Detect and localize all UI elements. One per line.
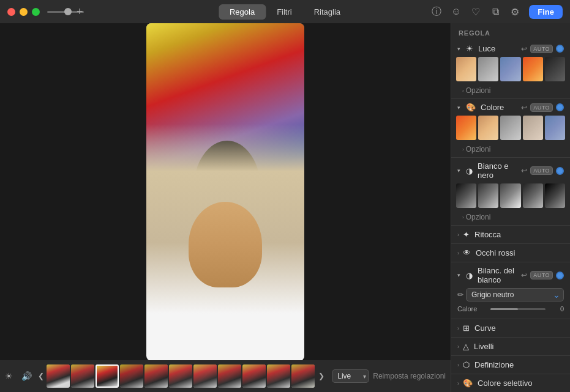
occhi-chevron: › — [457, 250, 459, 256]
luce-toggle[interactable] — [556, 45, 564, 53]
wb-toggle[interactable] — [556, 272, 564, 279]
definizione-chevron: › — [457, 362, 459, 368]
luce-thumb-4[interactable] — [523, 57, 543, 81]
colore-actions: ↩ AUTO — [521, 103, 564, 112]
titlebar-actions: ⓘ ☺ ♡ ⧉ ⚙ Fine — [431, 5, 563, 19]
tab-regola[interactable]: Regola — [219, 4, 266, 20]
section-wb-header[interactable]: ▾ ◑ Bilanc. del bianco ↩ AUTO — [451, 262, 570, 288]
minimize-button[interactable] — [20, 8, 28, 16]
maximize-button[interactable] — [32, 8, 40, 16]
bn-thumb-3[interactable] — [500, 183, 520, 208]
filmstrip-thumb[interactable] — [120, 364, 143, 388]
filmstrip-thumb[interactable] — [47, 364, 70, 388]
luce-thumb-5[interactable] — [545, 57, 565, 81]
colore-auto-badge[interactable]: AUTO — [530, 103, 553, 112]
colore-title: Colore — [481, 103, 519, 112]
section-curve[interactable]: › ⊞ Curve — [451, 319, 570, 338]
section-livelli[interactable]: › △ Livelli — [451, 338, 570, 356]
ritocca-icon: ✦ — [463, 230, 470, 239]
occhi-title: Occhi rossi — [476, 248, 564, 257]
livelli-icon: △ — [463, 342, 469, 351]
colore-thumb-4[interactable] — [523, 116, 543, 140]
bn-thumb-2[interactable] — [478, 183, 498, 208]
volume-icon[interactable]: 🔊 — [21, 371, 32, 381]
section-colore-selettivo[interactable]: › 🎨 Colore selettivo — [451, 374, 570, 392]
bn-thumb-5[interactable] — [545, 183, 565, 208]
filmstrip-thumb[interactable] — [193, 364, 217, 388]
photo-container[interactable] — [0, 23, 451, 360]
calore-track[interactable] — [490, 308, 546, 310]
filmstrip-thumb[interactable] — [218, 364, 241, 388]
filmstrip-thumb[interactable] — [71, 364, 94, 388]
main-content: ☀ 🔊 ❮ — [0, 23, 570, 392]
filmstrip-thumb-selected[interactable] — [96, 364, 119, 388]
bn-title: Bianco e nero — [478, 161, 519, 180]
luce-thumb-1[interactable] — [456, 57, 476, 81]
bn-options[interactable]: › Opzioni — [451, 212, 570, 225]
fine-button[interactable]: Fine — [529, 5, 563, 19]
tab-bar: Regola Filtri Ritaglia — [219, 4, 351, 20]
bn-thumb-1[interactable] — [456, 183, 476, 208]
brightness-slider[interactable] — [47, 8, 72, 15]
settings-icon[interactable]: ⚙ — [509, 6, 520, 17]
filmstrip-next[interactable]: ❯ — [318, 372, 324, 380]
bn-reset-icon[interactable]: ↩ — [521, 166, 527, 175]
colore-thumb-3[interactable] — [500, 116, 520, 140]
bn-toggle[interactable] — [556, 167, 564, 175]
tab-filtri[interactable]: Filtri — [266, 4, 303, 20]
luce-options-chevron: › — [462, 88, 464, 94]
section-colore-header[interactable]: ▾ 🎨 Colore ↩ AUTO — [451, 99, 570, 116]
filmstrip-thumb[interactable] — [169, 364, 192, 388]
filmstrip-thumb[interactable] — [291, 364, 315, 388]
close-button[interactable] — [7, 8, 15, 16]
live-select[interactable]: Live Video Foto — [332, 369, 369, 383]
heart-icon[interactable]: ♡ — [470, 6, 481, 17]
section-ritocca[interactable]: › ✦ Ritocca — [451, 226, 570, 244]
tab-ritaglia[interactable]: Ritaglia — [303, 4, 351, 20]
luce-auto-badge[interactable]: AUTO — [530, 45, 553, 53]
filmstrip-thumb[interactable] — [144, 364, 168, 388]
colore-options[interactable]: › Opzioni — [451, 144, 570, 157]
luce-thumb-2[interactable] — [478, 57, 498, 81]
colore-thumb-2[interactable] — [478, 116, 498, 140]
wb-select[interactable]: Grigio neutro Automatico Temperatura — [466, 288, 564, 301]
calore-value: 0 — [549, 305, 564, 312]
section-wb: ▾ ◑ Bilanc. del bianco ↩ AUTO ✏ Grigio n… — [451, 262, 570, 319]
bn-auto-badge[interactable]: AUTO — [530, 166, 553, 175]
smile-icon[interactable]: ☺ — [451, 6, 462, 17]
sun-filmstrip-icon[interactable]: ☀ — [5, 371, 13, 381]
info-icon[interactable]: ⓘ — [431, 6, 442, 17]
filmstrip-controls: ☀ 🔊 — [5, 371, 32, 381]
colore-thumb-5[interactable] — [545, 116, 565, 140]
colore-options-text: › Opzioni — [462, 145, 564, 153]
section-bn-header[interactable]: ▾ ◑ Bianco e nero ↩ AUTO — [451, 158, 570, 183]
bn-thumb-4[interactable] — [523, 183, 543, 208]
luce-thumb-3[interactable] — [500, 57, 520, 81]
filmstrip-thumb[interactable] — [242, 364, 266, 388]
reimposta-button[interactable]: Reimposta regolazioni — [373, 372, 446, 380]
cs-chevron: › — [457, 380, 459, 386]
bn-options-text: › Opzioni — [462, 213, 564, 221]
colore-toggle[interactable] — [556, 103, 564, 111]
livelli-title: Livelli — [474, 342, 564, 351]
section-definizione[interactable]: › ⬡ Definizione — [451, 356, 570, 374]
luce-options[interactable]: › Opzioni — [451, 85, 570, 98]
section-luce-header[interactable]: ▾ ☀ Luce ↩ AUTO — [451, 40, 570, 57]
wb-title: Bilanc. del bianco — [478, 266, 519, 284]
wb-actions: ↩ AUTO — [521, 271, 564, 279]
definizione-title: Definizione — [474, 360, 564, 369]
copy-icon[interactable]: ⧉ — [490, 6, 501, 17]
colore-thumb-1[interactable] — [456, 116, 476, 140]
wb-auto-badge[interactable]: AUTO — [530, 271, 553, 279]
filmstrip-thumb[interactable] — [267, 364, 290, 388]
luce-reset-icon[interactable]: ↩ — [521, 45, 527, 53]
live-select-wrap: Live Video Foto — [332, 369, 369, 383]
colore-reset-icon[interactable]: ↩ — [521, 103, 527, 112]
wb-icon-main: ◑ — [466, 271, 473, 280]
filmstrip-prev[interactable]: ❮ — [38, 372, 44, 380]
section-occhi-rossi[interactable]: › 👁 Occhi rossi — [451, 244, 570, 262]
filmstrip-right: Live Video Foto Reimposta regolazioni — [332, 369, 446, 383]
add-button[interactable]: + — [77, 6, 83, 18]
ritocca-chevron: › — [457, 232, 459, 238]
wb-reset-icon[interactable]: ↩ — [521, 271, 527, 279]
